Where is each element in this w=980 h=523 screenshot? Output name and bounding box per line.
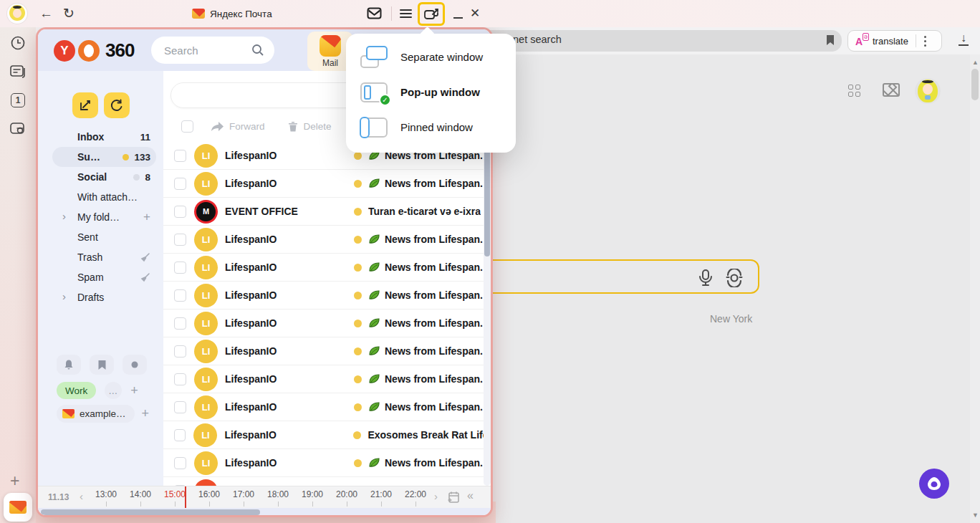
- feed-icon[interactable]: [9, 63, 27, 80]
- message-checkbox[interactable]: [174, 457, 186, 469]
- account-pill[interactable]: example…: [57, 405, 135, 423]
- menu-hamburger-icon[interactable]: [400, 9, 412, 21]
- mail-search-input[interactable]: Search: [151, 37, 274, 64]
- compose-button[interactable]: [72, 92, 98, 118]
- folder-item[interactable]: › Su… 133 +: [52, 147, 156, 167]
- microphone-icon[interactable]: [698, 269, 714, 290]
- dot-icon[interactable]: [123, 355, 147, 375]
- scrollbar-thumb[interactable]: [971, 69, 979, 100]
- folder-item[interactable]: › My fold… +: [52, 207, 156, 227]
- message-checkbox[interactable]: [174, 234, 186, 246]
- menu-item-popup-window[interactable]: ✓ Pop-up window: [346, 75, 516, 110]
- alice-assistant-icon[interactable]: [919, 469, 949, 499]
- bookmarks-icon[interactable]: [90, 355, 114, 375]
- add-folder-icon[interactable]: +: [143, 210, 150, 224]
- timeline-next-icon[interactable]: ›: [434, 490, 438, 502]
- folder-count: 133: [134, 152, 150, 163]
- message-row[interactable]: M EVENT OFFICE Turan e-ticarət və e-ixra: [163, 198, 484, 226]
- reminders-bell-icon[interactable]: [57, 355, 81, 375]
- select-all-checkbox[interactable]: [181, 120, 193, 133]
- chevron-right-icon[interactable]: ›: [62, 290, 66, 302]
- message-checkbox[interactable]: [174, 289, 186, 302]
- message-checkbox[interactable]: [174, 317, 186, 330]
- screenshot-camera-icon[interactable]: [9, 120, 27, 138]
- leaf-icon: [368, 289, 380, 301]
- profile-avatar[interactable]: [7, 4, 27, 24]
- window-mode-button[interactable]: [418, 2, 445, 26]
- bookmark-icon[interactable]: [825, 34, 835, 49]
- message-checkbox[interactable]: [174, 429, 186, 441]
- horizontal-scrollbar-thumb[interactable]: [41, 509, 260, 515]
- clear-broom-icon[interactable]: [140, 272, 150, 283]
- yandex-search-box[interactable]: [469, 259, 759, 294]
- yandex-360-logo[interactable]: Y 360: [54, 39, 134, 62]
- unread-dot: [354, 208, 362, 216]
- folder-label: Trash: [77, 251, 135, 263]
- folder-item[interactable]: › Spam +: [52, 267, 156, 287]
- message-row[interactable]: LI M LifespanIO News from Lifespan.: [163, 337, 484, 365]
- folder-item[interactable]: › Drafts +: [52, 287, 156, 307]
- services-grid-icon[interactable]: [848, 85, 860, 97]
- message-checkbox[interactable]: [174, 178, 186, 190]
- message-row[interactable]: LI M LifespanIO News from Lifespan.: [163, 449, 484, 477]
- list-scrollbar-thumb[interactable]: [484, 149, 490, 256]
- chevron-right-icon[interactable]: ›: [62, 210, 66, 222]
- add-panel-icon[interactable]: +: [10, 471, 19, 491]
- image-search-camera-icon[interactable]: [725, 269, 744, 290]
- menu-item-pinned-window[interactable]: Pinned window: [346, 110, 516, 145]
- download-icon[interactable]: ↓: [956, 32, 971, 48]
- message-checkbox[interactable]: [174, 206, 186, 218]
- menu-item-separate-window[interactable]: Separate window: [346, 39, 516, 75]
- message-row[interactable]: LI M LifespanIO Exosomes Break Rat Life: [163, 421, 484, 449]
- forward-button[interactable]: Forward: [211, 121, 265, 132]
- timeline-prev-icon[interactable]: ‹: [80, 490, 83, 502]
- refresh-button[interactable]: [104, 92, 130, 118]
- message-row[interactable]: LI M LifespanIO News from Lifespan.: [163, 226, 484, 254]
- message-row[interactable]: LI M LifespanIO News from Lifespan.: [163, 310, 484, 337]
- folder-item[interactable]: › Inbox 11 +: [52, 127, 156, 147]
- mail-envelope-icon[interactable]: [883, 83, 900, 97]
- add-account-icon[interactable]: +: [142, 406, 150, 421]
- reload-icon[interactable]: ↻: [63, 0, 75, 27]
- folder-item[interactable]: › Trash +: [52, 247, 156, 267]
- folder-item[interactable]: › Sent +: [52, 227, 156, 247]
- message-row[interactable]: LI M LifespanIO News from Lifespan.: [163, 365, 484, 393]
- folder-item[interactable]: › Social 8 +: [52, 167, 156, 187]
- hour-label: 18:00: [267, 489, 289, 499]
- add-tag-icon[interactable]: +: [130, 383, 138, 398]
- mail-app-icon[interactable]: [4, 493, 32, 522]
- current-time-line: [185, 486, 186, 509]
- minimize-button[interactable]: [453, 17, 463, 19]
- unread-dot: [354, 375, 362, 383]
- message-row[interactable]: LI M LifespanIO News from Lifespan.: [163, 254, 484, 282]
- message-checkbox[interactable]: [174, 345, 186, 358]
- scroll-down-arrow[interactable]: ▼: [972, 512, 979, 519]
- history-clock-icon[interactable]: [9, 34, 27, 52]
- user-avatar[interactable]: [915, 78, 941, 104]
- message-checkbox[interactable]: [174, 262, 186, 274]
- delete-button[interactable]: Delete: [288, 121, 332, 132]
- kebab-menu-icon[interactable]: [924, 36, 926, 47]
- page-scrollbar[interactable]: ▲ ▼: [970, 54, 980, 523]
- message-row[interactable]: LI M LifespanIO News from Lifespan.: [163, 170, 484, 198]
- tags-more-button[interactable]: …: [105, 382, 122, 399]
- clear-broom-icon[interactable]: [140, 252, 150, 263]
- close-button[interactable]: ✕: [470, 6, 480, 21]
- unread-mail-icon[interactable]: [367, 7, 382, 22]
- sender-name: LifespanIO: [225, 345, 354, 357]
- calendar-date-icon[interactable]: 1: [9, 92, 27, 109]
- scroll-up-arrow[interactable]: ▲: [972, 59, 979, 66]
- tag-work[interactable]: Work: [57, 382, 96, 399]
- back-icon[interactable]: ←: [39, 0, 53, 27]
- message-row[interactable]: LI M LifespanIO News from Lifespan.: [163, 393, 484, 421]
- add-event-calendar-icon[interactable]: [447, 491, 460, 507]
- translate-pill[interactable]: Aә translate: [847, 30, 942, 52]
- message-checkbox[interactable]: [174, 373, 186, 385]
- message-checkbox[interactable]: [174, 150, 186, 162]
- collapse-timeline-icon[interactable]: «: [467, 489, 474, 502]
- message-row[interactable]: LI M LifespanIO News from Lifespan.: [163, 282, 484, 310]
- account-label: example…: [80, 408, 126, 419]
- hour-label: 19:00: [302, 489, 323, 499]
- folder-item[interactable]: › With attach… +: [52, 187, 156, 207]
- message-checkbox[interactable]: [174, 401, 186, 413]
